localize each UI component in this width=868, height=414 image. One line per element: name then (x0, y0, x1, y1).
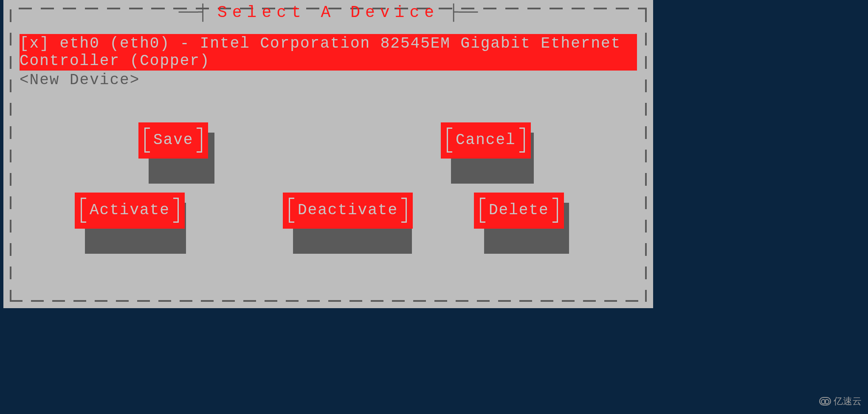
device-item-eth0[interactable]: [x] eth0 (eth0) - Intel Corporation 8254… (20, 34, 637, 71)
device-list: [x] eth0 (eth0) - Intel Corporation 8254… (20, 34, 637, 90)
button-panel: Save Cancel Activate Deactivate (20, 119, 637, 281)
watermark: 亿速云 (819, 395, 862, 408)
cloud-icon (819, 397, 831, 405)
delete-button-label: Delete (489, 201, 549, 219)
border-decoration: ──┤ (179, 3, 217, 22)
border-decoration (10, 9, 11, 302)
deactivate-button[interactable]: Deactivate (283, 193, 413, 229)
delete-button[interactable]: Delete (474, 193, 564, 229)
deactivate-button-label: Deactivate (298, 201, 398, 219)
border-decoration (645, 9, 647, 302)
dialog-title: Select A Device (217, 3, 439, 22)
watermark-text: 亿速云 (834, 395, 862, 408)
border-decoration (10, 300, 647, 302)
device-selection-dialog: ──┤ Select A Device ├── [x] eth0 (eth0) … (3, 0, 653, 308)
device-item-new[interactable]: <New Device> (20, 71, 637, 90)
save-button-label: Save (153, 131, 193, 149)
dialog-title-container: ──┤ Select A Device ├── (179, 3, 478, 22)
cancel-button[interactable]: Cancel (441, 122, 531, 159)
border-decoration: ├── (439, 3, 478, 22)
save-button[interactable]: Save (138, 122, 208, 159)
cancel-button-label: Cancel (456, 131, 516, 149)
activate-button-label: Activate (90, 201, 170, 219)
activate-button[interactable]: Activate (75, 193, 185, 229)
